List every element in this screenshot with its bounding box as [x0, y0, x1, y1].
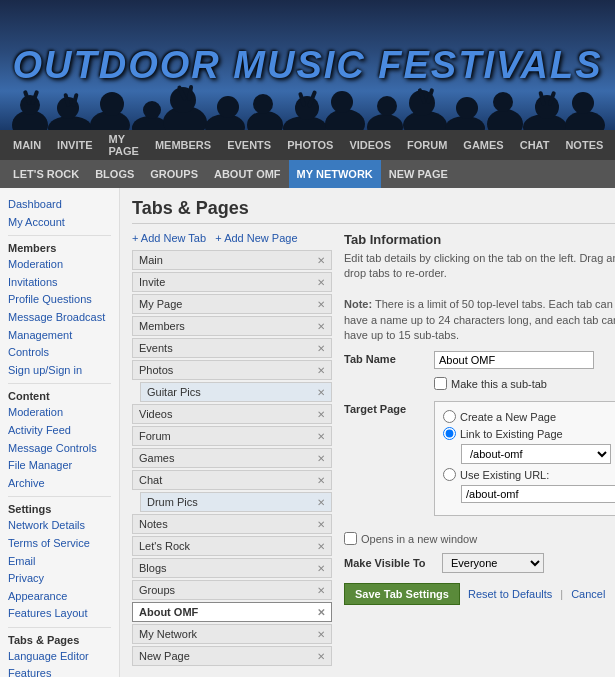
- sidebar-link-features[interactable]: Features: [8, 665, 111, 677]
- tab-label-games: Games: [139, 452, 174, 464]
- tab-item-photos[interactable]: Photos ✕: [132, 360, 332, 380]
- tab-close-notes[interactable]: ✕: [317, 519, 325, 530]
- create-new-page-radio[interactable]: [443, 410, 456, 423]
- sidebar-link-signup[interactable]: Sign up/Sign in: [8, 362, 111, 380]
- tab-item-videos[interactable]: Videos ✕: [132, 404, 332, 424]
- link-existing-page-option[interactable]: Link to Existing Page: [443, 427, 615, 440]
- sidebar-link-dashboard[interactable]: Dashboard: [8, 196, 111, 214]
- add-new-page-link[interactable]: + Add New Page: [215, 232, 297, 244]
- sidebar-link-appearance[interactable]: Appearance: [8, 588, 111, 606]
- tab-item-notes[interactable]: Notes ✕: [132, 514, 332, 534]
- sidebar-link-language-editor[interactable]: Language Editor: [8, 648, 111, 666]
- nav-blogs[interactable]: BLOGS: [87, 160, 142, 188]
- nav-aboutomf[interactable]: ABOUT OMF: [206, 160, 289, 188]
- opens-in-new-window-checkbox[interactable]: [344, 532, 357, 545]
- sidebar-link-activity-feed[interactable]: Activity Feed Message Controls: [8, 422, 111, 457]
- tab-item-drumpics[interactable]: Drum Pics ✕: [140, 492, 332, 512]
- cancel-link[interactable]: Cancel: [571, 588, 605, 600]
- tab-item-newpage[interactable]: New Page ✕: [132, 646, 332, 666]
- tab-close-aboutomf[interactable]: ✕: [317, 607, 325, 618]
- tab-label-groups: Groups: [139, 584, 175, 596]
- sidebar-link-profile-questions[interactable]: Profile Questions: [8, 291, 111, 309]
- tab-close-drumpics[interactable]: ✕: [317, 497, 325, 508]
- tab-item-aboutomf[interactable]: About OMF ✕: [132, 602, 332, 622]
- sidebar-link-message-broadcast[interactable]: Message Broadcast: [8, 309, 111, 327]
- tab-item-blogs[interactable]: Blogs ✕: [132, 558, 332, 578]
- link-existing-select[interactable]: /about-omf: [461, 444, 611, 464]
- nav-members[interactable]: MEMBERS: [147, 130, 219, 160]
- use-existing-url-option[interactable]: Use Existing URL:: [443, 468, 615, 481]
- sidebar-link-moderation1[interactable]: Moderation: [8, 256, 111, 274]
- tab-close-mypage[interactable]: ✕: [317, 299, 325, 310]
- tab-item-invite[interactable]: Invite ✕: [132, 272, 332, 292]
- tab-close-main[interactable]: ✕: [317, 255, 325, 266]
- tab-close-members[interactable]: ✕: [317, 321, 325, 332]
- tab-item-games[interactable]: Games ✕: [132, 448, 332, 468]
- tab-close-photos[interactable]: ✕: [317, 365, 325, 376]
- tab-close-forum[interactable]: ✕: [317, 431, 325, 442]
- tab-item-mynetwork[interactable]: My Network ✕: [132, 624, 332, 644]
- add-new-tab-link[interactable]: + Add New Tab: [132, 232, 206, 244]
- tab-item-chat[interactable]: Chat ✕: [132, 470, 332, 490]
- sidebar-link-email[interactable]: Email: [8, 553, 111, 571]
- nav-mynetwork[interactable]: MY NETWORK: [289, 160, 381, 188]
- sidebar-link-moderation2[interactable]: Moderation: [8, 404, 111, 422]
- sidebar-link-management[interactable]: Management: [8, 327, 111, 345]
- tab-item-main[interactable]: Main ✕: [132, 250, 332, 270]
- sidebar-link-features-layout[interactable]: Features Layout: [8, 605, 111, 623]
- tab-close-invite[interactable]: ✕: [317, 277, 325, 288]
- tab-close-blogs[interactable]: ✕: [317, 563, 325, 574]
- use-existing-url-input[interactable]: [461, 485, 615, 503]
- tab-item-mypage[interactable]: My Page ✕: [132, 294, 332, 314]
- tab-close-groups[interactable]: ✕: [317, 585, 325, 596]
- tab-item-groups[interactable]: Groups ✕: [132, 580, 332, 600]
- opens-in-new-window-label: Opens in a new window: [361, 533, 477, 545]
- sidebar-link-controls[interactable]: Controls: [8, 344, 111, 362]
- make-subtab-label[interactable]: Make this a sub-tab: [434, 377, 615, 390]
- tab-close-events[interactable]: ✕: [317, 343, 325, 354]
- link-existing-page-radio[interactable]: [443, 427, 456, 440]
- tab-name-input[interactable]: [434, 351, 594, 369]
- nav-groups[interactable]: GROUPS: [142, 160, 206, 188]
- tab-close-videos[interactable]: ✕: [317, 409, 325, 420]
- tab-item-letsrock[interactable]: Let's Rock ✕: [132, 536, 332, 556]
- create-new-page-option[interactable]: Create a New Page: [443, 410, 615, 423]
- make-subtab-checkbox[interactable]: [434, 377, 447, 390]
- nav-videos[interactable]: VIDEOS: [341, 130, 399, 160]
- nav-notes[interactable]: NOTES: [557, 130, 611, 160]
- sidebar-link-file-manager[interactable]: File Manager: [8, 457, 111, 475]
- tab-item-members[interactable]: Members ✕: [132, 316, 332, 336]
- reset-to-defaults-link[interactable]: Reset to Defaults: [468, 588, 552, 600]
- tab-close-letsrock[interactable]: ✕: [317, 541, 325, 552]
- nav-invite[interactable]: INVITE: [49, 130, 100, 160]
- save-tab-settings-button[interactable]: Save Tab Settings: [344, 583, 460, 605]
- tab-close-chat[interactable]: ✕: [317, 475, 325, 486]
- tab-close-games[interactable]: ✕: [317, 453, 325, 464]
- tab-item-guitarpics[interactable]: Guitar Pics ✕: [140, 382, 332, 402]
- nav-chat[interactable]: CHAT: [512, 130, 558, 160]
- sidebar-link-terms[interactable]: Terms of Service: [8, 535, 111, 553]
- nav-newpage[interactable]: NEW PAGE: [381, 160, 456, 188]
- tab-item-events[interactable]: Events ✕: [132, 338, 332, 358]
- nav-main[interactable]: MAIN: [5, 130, 49, 160]
- page-title: Tabs & Pages: [132, 198, 615, 224]
- nav-photos[interactable]: PHOTOS: [279, 130, 341, 160]
- sidebar-link-archive[interactable]: Archive: [8, 475, 111, 493]
- nav-games[interactable]: GAMES: [455, 130, 511, 160]
- tab-close-guitarpics[interactable]: ✕: [317, 387, 325, 398]
- nav-letsrock[interactable]: LET'S ROCK: [5, 160, 87, 188]
- nav-events[interactable]: EVENTS: [219, 130, 279, 160]
- sidebar-link-myaccount[interactable]: My Account: [8, 214, 111, 232]
- sidebar-link-invitations[interactable]: Invitations: [8, 274, 111, 292]
- tab-item-forum[interactable]: Forum ✕: [132, 426, 332, 446]
- tab-close-mynetwork[interactable]: ✕: [317, 629, 325, 640]
- make-visible-select[interactable]: Everyone Members Only Administrators: [442, 553, 544, 573]
- nav-mypage[interactable]: MY PAGE: [101, 130, 147, 160]
- sidebar-link-network-details[interactable]: Network Details: [8, 517, 111, 535]
- sidebar-section-settings: Settings: [8, 503, 111, 515]
- nav-forum[interactable]: FORUM: [399, 130, 455, 160]
- sidebar-link-privacy[interactable]: Privacy: [8, 570, 111, 588]
- primary-nav: MAIN INVITE MY PAGE MEMBERS EVENTS PHOTO…: [0, 130, 615, 160]
- tab-close-newpage[interactable]: ✕: [317, 651, 325, 662]
- use-existing-url-radio[interactable]: [443, 468, 456, 481]
